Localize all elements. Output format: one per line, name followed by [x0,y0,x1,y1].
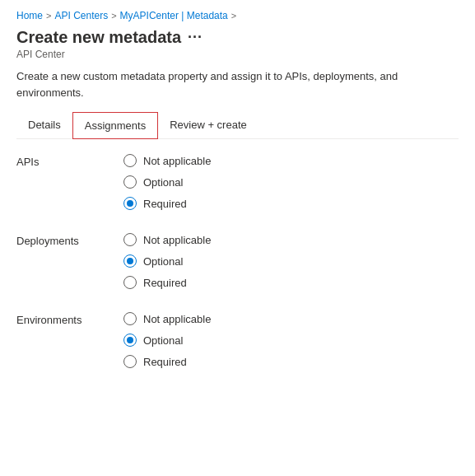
breadcrumb-myapicenter[interactable]: MyAPICenter | Metadata [120,10,228,21]
radio-item-2-2[interactable]: Required [123,355,211,368]
radio-circle-0-1[interactable] [123,175,137,189]
breadcrumb-home[interactable]: Home [16,10,43,21]
radio-label-1-0: Not applicable [143,234,211,246]
section-label-0: APIs [16,154,123,210]
radio-group-1: Not applicableOptionalRequired [123,233,211,289]
radio-item-2-1[interactable]: Optional [123,334,211,347]
section-deployments: DeploymentsNot applicableOptionalRequire… [16,233,459,289]
section-environments: EnvironmentsNot applicableOptionalRequir… [16,312,459,368]
radio-circle-0-2[interactable] [123,197,137,210]
radio-circle-2-0[interactable] [123,312,137,325]
radio-label-2-1: Optional [143,334,183,347]
tab-details[interactable]: Details [16,112,72,139]
sections-container: APIsNot applicableOptionalRequiredDeploy… [16,154,459,368]
section-label-1: Deployments [16,233,123,289]
radio-circle-1-2[interactable] [123,276,137,289]
radio-circle-0-0[interactable] [123,154,137,167]
radio-group-2: Not applicableOptionalRequired [123,312,211,368]
radio-label-0-0: Not applicable [143,155,211,167]
radio-label-1-2: Required [143,277,187,289]
breadcrumb-sep-3: > [231,11,236,21]
section-label-2: Environments [16,312,123,368]
radio-circle-1-0[interactable] [123,233,137,246]
radio-circle-2-2[interactable] [123,355,137,368]
more-options-button[interactable]: ··· [188,29,203,46]
page-subtitle: API Center [16,49,459,60]
breadcrumb-sep-2: > [111,11,116,21]
radio-label-0-1: Optional [143,176,183,189]
radio-circle-1-1[interactable] [123,254,137,268]
radio-item-0-0[interactable]: Not applicable [123,154,211,167]
radio-item-0-2[interactable]: Required [123,197,211,210]
radio-label-2-2: Required [143,356,187,368]
page-title: Create new metadata [16,28,181,47]
page-description: Create a new custom metadata property an… [16,68,459,100]
page-title-row: Create new metadata ··· [16,28,459,47]
tab-assignments[interactable]: Assignments [72,112,158,139]
tabs-bar: Details Assignments Review + create [16,112,459,139]
radio-label-0-2: Required [143,198,187,210]
radio-label-1-1: Optional [143,255,183,268]
breadcrumb-api-centers[interactable]: API Centers [54,10,108,21]
radio-label-2-0: Not applicable [143,313,211,325]
breadcrumb: Home > API Centers > MyAPICenter | Metad… [16,10,459,21]
section-apis: APIsNot applicableOptionalRequired [16,154,459,210]
radio-circle-2-1[interactable] [123,334,137,347]
radio-item-1-2[interactable]: Required [123,276,211,289]
breadcrumb-sep-1: > [46,11,51,21]
radio-item-2-0[interactable]: Not applicable [123,312,211,325]
radio-item-1-1[interactable]: Optional [123,254,211,268]
radio-item-0-1[interactable]: Optional [123,175,211,189]
tab-review[interactable]: Review + create [158,112,258,139]
radio-group-0: Not applicableOptionalRequired [123,154,211,210]
radio-item-1-0[interactable]: Not applicable [123,233,211,246]
